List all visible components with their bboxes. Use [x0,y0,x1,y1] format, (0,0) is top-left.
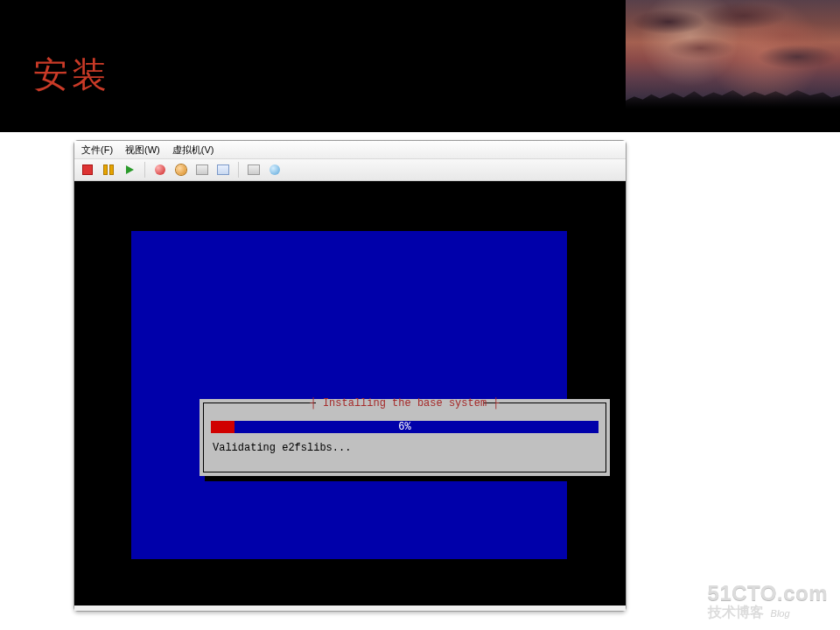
progress-bar-label: 6% [211,421,598,433]
play-button[interactable] [122,162,137,178]
installer-status-text: Validating e2fslibs... [213,442,351,454]
watermark-line2-main: 技术博客 [708,606,764,620]
menu-file[interactable]: 文件(F) [81,144,113,157]
header-banner: 安装 [0,0,840,132]
snapshot-button[interactable] [173,162,189,178]
toolbar-separator [144,162,145,178]
vm-window-chin [74,606,626,611]
vm-window: 文件(F) 视图(W) 虚拟机(V) [74,140,626,612]
stop-icon [82,164,93,175]
fullscreen-button[interactable] [215,162,231,178]
installer-dialog: ┤ Installing the base system ├ 6% Valida… [200,399,610,476]
watermark-line1: 51CTO.com [708,583,828,604]
settings-button[interactable] [194,162,210,178]
banner-sky-image [626,0,840,132]
installer-dialog-frame: ┤ Installing the base system ├ 6% Valida… [203,402,606,472]
watermark: 51CTO.com 技术博客 Blog [708,583,828,620]
progress-bar: 6% [211,421,598,433]
play-icon [126,165,134,174]
toolbar [74,159,626,181]
toolbar-separator [238,162,239,178]
installer-title: ┤ Installing the base system ├ [204,397,606,410]
disc-button[interactable] [267,162,283,178]
installer-background: ┤ Installing the base system ├ 6% Valida… [131,231,567,559]
settings-icon [196,164,208,175]
guest-screen: ┤ Installing the base system ├ 6% Valida… [74,181,626,606]
fullscreen-icon [217,164,229,175]
unity-icon [248,164,260,175]
pause-icon [103,164,114,175]
poweroff-button[interactable] [152,162,168,178]
unity-button[interactable] [246,162,262,178]
watermark-line2-sub: Blog [771,609,790,619]
menu-view[interactable]: 视图(W) [125,144,160,157]
page-title: 安装 [33,51,110,99]
snapshot-icon [176,164,186,175]
menubar: 文件(F) 视图(W) 虚拟机(V) [74,141,626,159]
pause-button[interactable] [101,162,116,178]
poweroff-icon [155,164,165,175]
menu-virtual-machine[interactable]: 虚拟机(V) [172,144,214,157]
stop-button[interactable] [80,162,95,178]
disc-icon [270,164,280,175]
